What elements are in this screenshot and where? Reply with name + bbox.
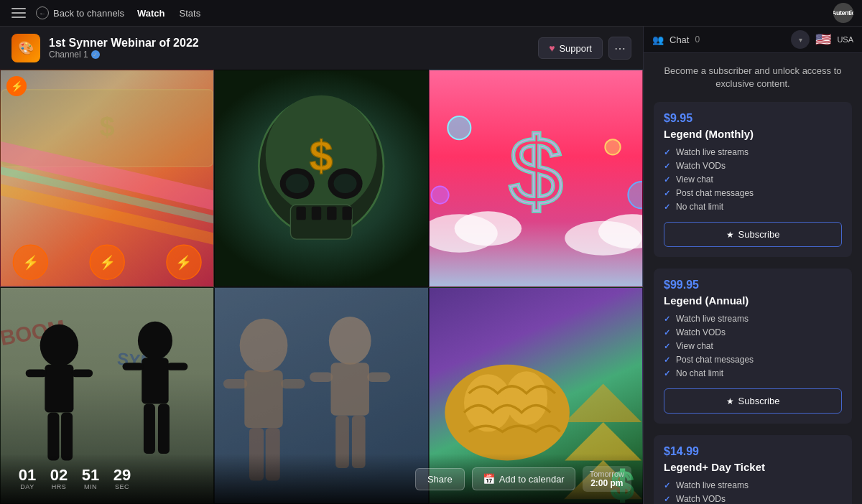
plan-features-2: ✓Watch live streams✓Watch VODs✓View chat… (664, 480, 842, 504)
calendar-label: Add to calendar (499, 474, 565, 485)
channel-avatar-emoji: 🎨 (18, 40, 34, 56)
channel-avatar: 🎨 (11, 34, 40, 62)
days-label: DAY (20, 483, 34, 490)
tomorrow-badge: Tomorrow 2:00 pm (583, 466, 631, 492)
plan-features-0: ✓Watch live streams✓Watch VODs✓View chat… (664, 147, 842, 212)
svg-point-33 (448, 116, 471, 139)
check-icon: ✓ (664, 189, 670, 198)
back-to-channels-button[interactable]: ← Back to channels (32, 4, 129, 22)
countdown-bar: 01 DAY 02 HRS 51 MIN 29 SEC (0, 454, 643, 504)
brand-avatar[interactable]: Autentic (833, 3, 853, 23)
check-icon: ✓ (664, 314, 670, 324)
plan-name-0: Legend (Monthly) (664, 128, 842, 140)
plan-price-2: $14.99 (664, 445, 842, 458)
support-button[interactable]: ♥ Support (538, 37, 603, 59)
channel-header: 🎨 1st Synner Webinar of 2022 Channel 1 ✓… (0, 27, 643, 70)
dollar-badge-1: ⚡ (6, 76, 27, 96)
check-icon: ✓ (664, 495, 670, 504)
mosaic-container: ⚡ (0, 70, 643, 504)
left-content: 🎨 1st Synner Webinar of 2022 Channel 1 ✓… (0, 27, 643, 504)
plan-card-2: $14.99Legend+ Day Ticket✓Watch live stre… (654, 435, 852, 504)
avatar-text: Autentic (833, 9, 853, 17)
mosaic-cell-3: $ $ $ (429, 70, 643, 287)
check-icon: ✓ (664, 202, 670, 212)
countdown-seconds: 29 SEC (106, 467, 138, 490)
add-to-calendar-button[interactable]: 📅 Add to calendar (472, 467, 575, 490)
cell1-art: ⚡ (1, 70, 213, 286)
tab-watch[interactable]: Watch (131, 5, 171, 22)
plan-name-1: Legend (Annual) (664, 294, 842, 307)
back-icon: ← (36, 6, 49, 19)
more-options-button[interactable]: ⋯ (608, 37, 631, 60)
support-label: Support (559, 43, 592, 54)
plan-card-0: $9.95Legend (Monthly)✓Watch live streams… (654, 102, 852, 257)
calendar-icon: 📅 (483, 473, 495, 485)
subscribe-section: Become a subscriber and unlock access to… (644, 53, 862, 504)
check-icon: ✓ (664, 328, 670, 337)
main-layout: 🎨 1st Synner Webinar of 2022 Channel 1 ✓… (0, 27, 862, 504)
svg-rect-20 (312, 207, 321, 220)
svg-text:$: $ (509, 118, 562, 225)
plan-price-0: $9.95 (664, 112, 842, 125)
skull-svg: $ (215, 70, 427, 286)
cell1-svg: $ ⚡ ⚡ ⚡ (1, 70, 213, 286)
plan-card-1: $99.95Legend (Annual)✓Watch live streams… (654, 269, 852, 424)
nav-right: Autentic (833, 3, 853, 23)
tomorrow-label: Tomorrow (590, 470, 624, 478)
check-icon: ✓ (664, 175, 670, 185)
svg-rect-21 (328, 207, 337, 220)
plan-feature-0-0: ✓Watch live streams (664, 147, 842, 157)
svg-text:$: $ (310, 133, 333, 179)
svg-text:⚡: ⚡ (22, 254, 40, 271)
svg-point-34 (605, 139, 620, 154)
star-icon: ★ (726, 230, 734, 240)
star-icon: ★ (726, 396, 734, 406)
mosaic-grid: ⚡ (0, 70, 643, 504)
svg-rect-19 (297, 207, 306, 220)
svg-point-73 (505, 371, 547, 425)
minutes-label: MIN (84, 483, 97, 490)
right-panel: 👥 Chat 0 ▾ 🇺🇸 USA Become a subscriber an… (643, 27, 862, 504)
channel-title: 1st Synner Webinar of 2022 (49, 37, 529, 50)
subscribe-button-1[interactable]: ★Subscribe (664, 388, 842, 414)
svg-rect-22 (343, 207, 352, 220)
svg-text:⚡: ⚡ (176, 254, 193, 271)
back-label: Back to channels (53, 8, 124, 19)
plan-feature-1-0: ✓Watch live streams (664, 314, 842, 324)
chat-people-icon: 👥 (652, 34, 664, 45)
subscribe-header: Become a subscriber and unlock access to… (654, 65, 852, 90)
chat-label: Chat (669, 34, 689, 45)
plan-feature-0-2: ✓View chat (664, 174, 842, 185)
svg-text:⚡: ⚡ (99, 254, 116, 271)
seconds-value: 29 (113, 467, 131, 483)
tomorrow-time: 2:00 pm (590, 478, 624, 488)
plan-price-1: $99.95 (664, 279, 842, 291)
plan-feature-0-3: ✓Post chat messages (664, 188, 842, 198)
check-icon: ✓ (664, 342, 670, 351)
subscribe-button-0[interactable]: ★Subscribe (664, 222, 842, 247)
check-icon: ✓ (664, 148, 670, 157)
plan-feature-1-3: ✓Post chat messages (664, 355, 842, 365)
mosaic-cell-2: $ (214, 70, 428, 287)
plan-feature-0-4: ✓No chat limit (664, 202, 842, 212)
share-button[interactable]: Share (415, 468, 465, 490)
right-panel-header: 👥 Chat 0 ▾ 🇺🇸 USA (644, 27, 862, 53)
svg-text:$: $ (100, 111, 115, 141)
plan-name-2: Legend+ Day Ticket (664, 461, 842, 473)
plan-feature-1-2: ✓View chat (664, 341, 842, 351)
plan-feature-2-1: ✓Watch VODs (664, 494, 842, 504)
plan-feature-2-0: ✓Watch live streams (664, 480, 842, 490)
svg-point-36 (431, 187, 448, 204)
flag-icon: 🇺🇸 (815, 32, 831, 47)
hamburger-menu[interactable] (9, 3, 29, 23)
verified-icon: ✓ (91, 50, 100, 59)
plans-container: $9.95Legend (Monthly)✓Watch live streams… (654, 102, 852, 504)
countdown-actions: Share 📅 Add to calendar Tomorrow 2:00 pm (415, 466, 631, 492)
top-nav: ← Back to channels Watch Stats Autentic (0, 0, 862, 27)
mosaic-cell-1: ⚡ (0, 70, 214, 287)
plan-feature-0-1: ✓Watch VODs (664, 161, 842, 171)
minutes-value: 51 (82, 467, 99, 483)
tab-stats[interactable]: Stats (174, 5, 207, 22)
countdown-hours: 02 HRS (43, 467, 75, 490)
chevron-down-button[interactable]: ▾ (791, 30, 810, 49)
